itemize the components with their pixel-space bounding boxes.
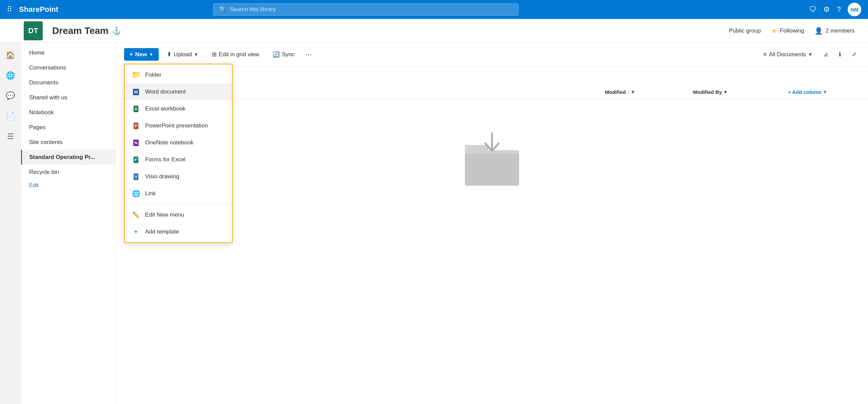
modified-by-chevron-icon: ▼ (723, 89, 728, 95)
dropdown-item-onenote[interactable]: N OneNote notebook (125, 134, 232, 151)
nav-edit-link[interactable]: Edit (21, 180, 116, 191)
modified-chevron-icon: ▼ (631, 89, 635, 95)
onenote-icon: N (132, 138, 140, 147)
help-icon[interactable]: ? (837, 5, 841, 14)
nav-item-conversations[interactable]: Conversations (21, 60, 116, 75)
add-template-icon: + (132, 227, 140, 236)
new-button[interactable]: + New ▼ (124, 48, 159, 61)
dropdown-item-ppt[interactable]: P PowerPoint presentation (125, 117, 232, 134)
sync-button[interactable]: 🔄 Sync (267, 48, 300, 61)
expand-button[interactable]: ⤢ (848, 49, 860, 60)
info-button[interactable]: ℹ (835, 49, 844, 60)
dropdown-item-visio[interactable]: V Visio drawing (125, 168, 232, 185)
search-input[interactable] (230, 6, 513, 13)
content-area: + New ▼ ⬆ Upload ▼ ⊞ Edit in grid view 🔄… (116, 43, 868, 404)
nav-item-home[interactable]: Home (21, 45, 116, 60)
nav-item-notebook[interactable]: Notebook (21, 105, 116, 120)
filter-icon: ⊿ (823, 51, 828, 58)
new-dropdown-menu: 📁 Folder W Word document X Excel wor (124, 64, 233, 243)
nav-item-shared[interactable]: Shared with us (21, 90, 116, 105)
col-modified-by[interactable]: Modified By ▼ (690, 88, 785, 96)
more-options-button[interactable]: ··· (303, 49, 314, 60)
search-icon: 🔍 (219, 6, 226, 13)
file-icon[interactable]: 📄 (3, 109, 18, 123)
ppt-icon: P (132, 121, 140, 130)
word-icon: W (132, 87, 140, 96)
upload-chevron-icon: ▼ (194, 52, 198, 57)
dropdown-item-word[interactable]: W Word document (125, 83, 232, 100)
grid-icon[interactable]: ⠿ (7, 5, 12, 14)
home-icon[interactable]: 🏠 (3, 48, 18, 62)
topbar: ⠿ SharePoint 🔍 🗨 ⚙ ? NM (0, 0, 868, 19)
dropdown-item-folder[interactable]: 📁 Folder (125, 66, 232, 83)
upload-button[interactable]: ⬆ Upload ▼ (161, 48, 204, 61)
dropdown-item-add-template[interactable]: + Add template (125, 223, 232, 240)
topbar-right: 🗨 ⚙ ? NM (809, 3, 861, 16)
nav-item-site-contents[interactable]: Site contents (21, 135, 116, 150)
visio-icon: V (132, 172, 140, 181)
svg-rect-2 (465, 154, 519, 186)
grid-edit-icon: ⊞ (212, 51, 217, 58)
folder-icon: 📁 (132, 70, 140, 79)
col-modified[interactable]: Modified ↓ ▼ (602, 88, 690, 96)
site-right-actions: Public group ★ Following 👤 2 members (729, 27, 868, 35)
site-title: Dream Team ⚓ (52, 25, 121, 36)
feedback-icon[interactable]: 🗨 (809, 5, 816, 14)
globe-icon[interactable]: 🌐 (3, 68, 18, 83)
site-avatar: DT (24, 21, 43, 40)
chat-icon[interactable]: 💬 (3, 89, 18, 103)
add-col-chevron-icon: ▼ (823, 89, 827, 95)
left-icon-bar: 🏠 🌐 💬 📄 ☰ (0, 43, 21, 404)
list-icon[interactable]: ☰ (4, 129, 17, 144)
info-icon: ℹ (839, 51, 841, 58)
all-documents-button[interactable]: ≡ All Documents ▼ (760, 49, 816, 60)
upload-icon: ⬆ (167, 51, 172, 58)
avatar[interactable]: NM (848, 3, 861, 16)
cmd-right-area: ≡ All Documents ▼ ⊿ ℹ ⤢ (760, 49, 860, 60)
dropdown-item-edit-menu[interactable]: ✏️ Edit New menu (125, 206, 232, 223)
search-bar[interactable]: 🔍 (213, 3, 518, 16)
app-logo: SharePoint (19, 5, 58, 14)
nav-sidebar: Home Conversations Documents Shared with… (21, 43, 116, 404)
nav-item-standard-operating[interactable]: Standard Operating Pr... (21, 150, 116, 165)
view-icon: ≡ (764, 51, 767, 58)
members-button[interactable]: 👤 2 members (814, 27, 854, 35)
command-bar: + New ▼ ⬆ Upload ▼ ⊞ Edit in grid view 🔄… (116, 43, 868, 66)
sitebar: DT Dream Team ⚓ Public group ★ Following… (0, 19, 868, 43)
edit-menu-icon: ✏️ (132, 210, 140, 219)
docs-chevron-icon: ▼ (808, 52, 812, 57)
anchor-icon[interactable]: ⚓ (112, 26, 121, 35)
following-button[interactable]: ★ Following (771, 27, 804, 35)
nav-item-documents[interactable]: Documents (21, 75, 116, 90)
chevron-down-icon: ▼ (149, 52, 153, 57)
person-icon: 👤 (814, 27, 823, 35)
sync-icon: 🔄 (273, 51, 280, 58)
public-group-label: Public group (729, 27, 761, 34)
edit-grid-button[interactable]: ⊞ Edit in grid view (206, 48, 264, 61)
divider (125, 204, 232, 204)
col-add-column[interactable]: + Add column ▼ (785, 88, 860, 96)
empty-folder-illustration (458, 126, 526, 187)
svg-rect-1 (465, 145, 489, 154)
settings-icon[interactable]: ⚙ (823, 5, 830, 14)
main-layout: 🏠 🌐 💬 📄 ☰ Home Conversations Documents S… (0, 43, 868, 404)
plus-icon: + (130, 51, 133, 58)
star-icon: ★ (771, 27, 777, 35)
excel-icon: X (132, 104, 140, 113)
dropdown-item-excel[interactable]: X Excel workbook (125, 100, 232, 117)
nav-item-recycle-bin[interactable]: Recycle bin (21, 165, 116, 180)
dropdown-item-forms[interactable]: F Forms for Excel (125, 151, 232, 168)
forms-icon: F (132, 155, 140, 164)
dropdown-item-link[interactable]: 🌐 Link (125, 185, 232, 202)
filter-button[interactable]: ⊿ (820, 49, 831, 60)
expand-icon: ⤢ (852, 51, 856, 58)
modified-sort-icon: ↓ (627, 89, 630, 95)
link-icon: 🌐 (132, 189, 140, 198)
nav-item-pages[interactable]: Pages (21, 120, 116, 135)
